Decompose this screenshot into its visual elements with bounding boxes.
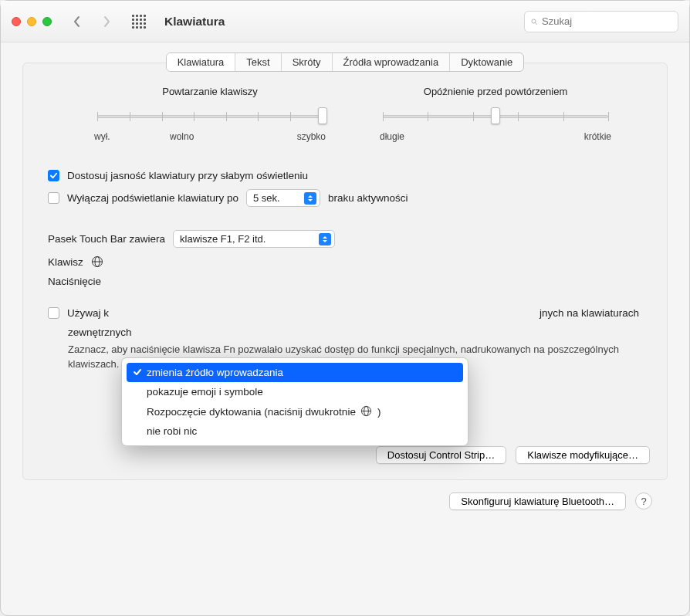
touchbar-row: Pasek Touch Bar zawiera klawisze F1, F2 … <box>48 230 642 248</box>
press-fn-label: Naciśnięcie <box>48 276 101 287</box>
checkmark-icon <box>133 367 142 377</box>
menu-item-label: zmienia źródło wprowadzania <box>147 367 283 378</box>
touchbar-popup[interactable]: klawisze F1, F2 itd. <box>173 230 335 248</box>
adjust-brightness-checkbox[interactable] <box>48 170 59 181</box>
menu-item-label: Rozpoczęcie dyktowania (naciśnij dwukrot… <box>147 406 356 418</box>
bottom-row: Skonfiguruj klawiaturę Bluetooth… ? <box>22 480 668 510</box>
delay-label-short: krótkie <box>584 131 611 142</box>
panel-footer: Dostosuj Control Strip… Klawisze modyfik… <box>23 443 667 479</box>
backlight-timeout-value: 5 sek. <box>253 192 280 204</box>
use-fn-checkbox[interactable] <box>48 307 59 319</box>
search-input[interactable] <box>542 15 671 27</box>
search-icon <box>531 16 537 27</box>
use-fn-label-part2: jnych na klawiaturach <box>539 307 642 319</box>
use-fn-row: Używaj k jnych na klawiaturach <box>48 307 642 319</box>
svg-line-1 <box>536 22 537 24</box>
window-title: Klawiatura <box>164 15 225 29</box>
backlight-timeout-popup[interactable]: 5 sek. <box>246 189 320 207</box>
window-controls <box>12 17 52 26</box>
content-area: Klawiatura Tekst Skróty Źródła wprowadza… <box>1 42 689 615</box>
menu-item-show-emoji[interactable]: pokazuje emoji i symbole <box>127 382 463 401</box>
globe-icon <box>360 405 373 418</box>
press-fn-row: Naciśnięcie <box>48 276 642 287</box>
tab-bar: Klawiatura Tekst Skróty Źródła wprowadza… <box>166 52 525 72</box>
tab-text[interactable]: Tekst <box>235 53 281 71</box>
sliders-row: Powtarzanie klawiszy <box>48 86 642 150</box>
back-button[interactable] <box>66 12 89 32</box>
delay-label-long: długie <box>380 131 404 142</box>
key-repeat-slider[interactable] <box>97 108 323 127</box>
zoom-window-button[interactable] <box>42 17 52 26</box>
key-repeat-title: Powtarzanie klawiszy <box>94 86 326 97</box>
checkmark-icon <box>49 171 58 180</box>
chevron-updown-icon <box>304 192 316 205</box>
adjust-brightness-row: Dostosuj jasność klawiatury przy słabym … <box>48 170 642 181</box>
delay-slider-block: Opóźnienie przed powtórzeniem <box>380 86 611 142</box>
toolbar: Klawiatura <box>1 1 689 42</box>
turn-off-backlight-prefix: Wyłączaj podświetlanie klawiatury po <box>67 192 238 204</box>
tab-keyboard[interactable]: Klawiatura <box>167 53 236 71</box>
chevron-left-icon <box>73 15 81 28</box>
turn-off-backlight-suffix: braku aktywności <box>328 192 408 204</box>
modifier-keys-button[interactable]: Klawisze modyfikujące… <box>516 446 650 464</box>
delay-title: Opóźnienie przed powtórzeniem <box>380 86 611 97</box>
key-repeat-label-off: wył. <box>94 131 110 142</box>
setup-bluetooth-keyboard-button[interactable]: Skonfiguruj klawiaturę Bluetooth… <box>449 492 626 510</box>
turn-off-backlight-row: Wyłączaj podświetlanie klawiatury po 5 s… <box>48 189 642 207</box>
help-button[interactable]: ? <box>635 492 652 509</box>
use-fn-label-part1: Używaj k <box>67 307 109 319</box>
tab-shortcuts[interactable]: Skróty <box>282 53 333 71</box>
tab-dictation[interactable]: Dyktowanie <box>450 53 523 71</box>
tab-input-sources[interactable]: Źródła wprowadzania <box>333 53 451 71</box>
touchbar-label: Pasek Touch Bar zawiera <box>48 233 165 245</box>
key-repeat-slider-block: Powtarzanie klawiszy <box>94 86 326 142</box>
menu-item-label-suffix: ) <box>377 406 381 418</box>
menu-item-do-nothing[interactable]: nie robi nic <box>127 421 463 441</box>
globe-key-label: Klawisz <box>48 256 83 268</box>
delay-slider[interactable] <box>383 108 608 127</box>
customize-control-strip-button[interactable]: Dostosuj Control Strip… <box>376 446 506 464</box>
menu-item-label: pokazuje emoji i symbole <box>147 386 263 398</box>
touchbar-value: klawisze F1, F2 itd. <box>180 233 266 245</box>
minimize-window-button[interactable] <box>27 17 36 26</box>
menu-item-label: nie robi nic <box>147 425 197 437</box>
globe-key-row: Klawisz <box>48 256 642 268</box>
adjust-brightness-label: Dostosuj jasność klawiatury przy słabym … <box>67 170 308 181</box>
use-fn-label-line2: zewnętrznych <box>68 327 642 338</box>
preferences-window: Klawiatura Klawiatura Tekst Skróty Źródł… <box>0 0 690 616</box>
chevron-right-icon <box>103 15 110 28</box>
show-all-button[interactable] <box>127 12 151 32</box>
key-repeat-label-fast: szybko <box>297 131 326 142</box>
chevron-updown-icon <box>319 233 331 245</box>
search-field[interactable] <box>524 11 678 32</box>
menu-item-change-input-source[interactable]: zmienia źródło wprowadzania <box>127 363 463 382</box>
close-window-button[interactable] <box>12 17 21 26</box>
turn-off-backlight-checkbox[interactable] <box>48 192 59 204</box>
menu-item-start-dictation[interactable]: Rozpoczęcie dyktowania (naciśnij dwukrot… <box>127 401 463 421</box>
globe-icon <box>91 256 103 268</box>
key-repeat-label-slow: wolno <box>170 131 194 142</box>
forward-button[interactable] <box>95 12 118 32</box>
grid-icon <box>132 15 146 29</box>
globe-key-menu: zmienia źródło wprowadzania pokazuje emo… <box>121 357 468 446</box>
